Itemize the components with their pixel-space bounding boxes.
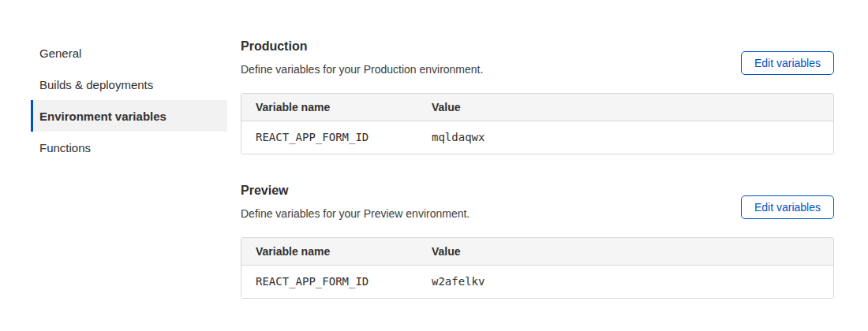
production-section-description: Define variables for your Production env… [241,61,483,77]
production-edit-variables-button[interactable]: Edit variables [741,51,834,75]
settings-page: General Builds & deployments Environment… [0,0,868,299]
sidebar-item-builds-deployments[interactable]: Builds & deployments [31,69,227,100]
production-section-header: Production Define variables for your Pro… [241,37,834,77]
table-row: REACT_APP_FORM_ID w2afelkv [241,265,833,298]
production-section: Production Define variables for your Pro… [241,37,834,154]
column-header-value: Value [417,238,833,265]
preview-section-title: Preview [241,181,470,200]
environment-variables-panel: Production Define variables for your Pro… [241,37,834,299]
preview-section-description: Define variables for your Preview enviro… [241,206,470,221]
variable-value-cell: mqldaqwx [417,121,833,154]
preview-section-heading-group: Preview Define variables for your Previe… [241,181,470,221]
production-variables-table: Variable name Value REACT_APP_FORM_ID mq… [241,93,834,154]
variable-name-cell: REACT_APP_FORM_ID [241,121,417,154]
production-section-heading-group: Production Define variables for your Pro… [241,37,483,77]
variable-name-cell: REACT_APP_FORM_ID [241,265,417,298]
preview-variables-table: Variable name Value REACT_APP_FORM_ID w2… [241,237,834,299]
settings-sidebar: General Builds & deployments Environment… [31,37,227,163]
preview-edit-variables-button[interactable]: Edit variables [741,195,834,219]
column-header-value: Value [417,94,833,121]
sidebar-item-general[interactable]: General [31,37,227,69]
preview-section: Preview Define variables for your Previe… [241,181,834,299]
production-section-title: Production [241,37,483,56]
preview-section-header: Preview Define variables for your Previe… [241,181,834,221]
sidebar-item-environment-variables[interactable]: Environment variables [31,100,227,132]
table-row: REACT_APP_FORM_ID mqldaqwx [241,121,833,154]
table-header-row: Variable name Value [241,94,833,121]
variable-value-cell: w2afelkv [417,265,833,298]
table-header-row: Variable name Value [241,238,833,265]
column-header-variable-name: Variable name [241,94,417,121]
column-header-variable-name: Variable name [241,238,417,265]
sidebar-item-functions[interactable]: Functions [31,132,227,163]
